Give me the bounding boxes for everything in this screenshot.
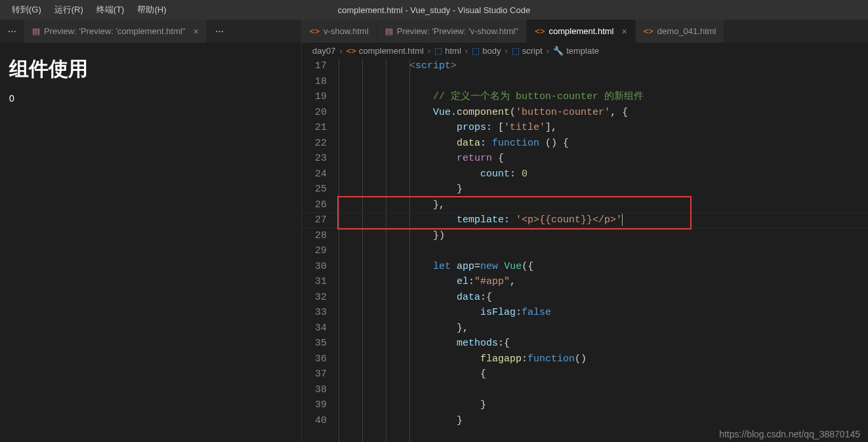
window-title: complement.html - Vue_study - Visual Stu…: [338, 5, 530, 15]
breadcrumb[interactable]: day07 › <> complement.html › ⬚ html › ⬚ …: [302, 43, 868, 58]
tab-overflow-icon[interactable]: ⋯: [0, 26, 24, 36]
left-tabs: ⋯ ▤ Preview: 'Preview: 'complement.html'…: [0, 20, 301, 43]
code-line[interactable]: isFlag:false: [339, 305, 868, 321]
line-number: 23: [302, 151, 327, 167]
code-line[interactable]: // 定义一个名为 button-counter 的新组件: [339, 89, 868, 105]
menu-item[interactable]: 运行(R): [48, 4, 90, 16]
tab-preview-complement[interactable]: ▤ Preview: 'Preview: 'complement.html'' …: [24, 20, 207, 43]
code-line[interactable]: }: [339, 397, 868, 413]
line-number: 19: [302, 89, 327, 105]
menubar: 转到(G)运行(R)终端(T)帮助(H) complement.html - V…: [0, 0, 868, 20]
right-editor-group: <>v-show.html▤Preview: 'Preview: 'v-show…: [302, 20, 868, 442]
line-number: 34: [302, 321, 327, 336]
menu-item[interactable]: 转到(G): [5, 4, 48, 16]
code-line[interactable]: return {: [339, 151, 868, 167]
breadcrumb-item[interactable]: <> complement.html: [346, 46, 424, 56]
code-area[interactable]: <script> // 定义一个名为 button-counter 的新组件 V…: [339, 58, 868, 442]
breadcrumb-item[interactable]: ⬚ html: [434, 46, 461, 56]
breadcrumb-item[interactable]: ⬚ script: [512, 46, 543, 56]
line-number: 28: [302, 228, 327, 244]
line-number: 32: [302, 290, 327, 306]
line-number: 40: [302, 413, 327, 429]
code-line[interactable]: }: [339, 182, 868, 197]
breadcrumb-item[interactable]: ⬚ body: [472, 46, 501, 56]
preview-heading: 组件使用: [9, 56, 292, 83]
line-number: 36: [302, 352, 327, 367]
code-line[interactable]: {: [339, 367, 868, 382]
breadcrumb-item[interactable]: 🔧 template: [553, 46, 599, 56]
line-number: 38: [302, 382, 327, 398]
tab-actions-icon[interactable]: ⋯: [207, 26, 232, 36]
main-area: ⋯ ▤ Preview: 'Preview: 'complement.html'…: [0, 20, 868, 442]
line-number: 17: [302, 58, 327, 74]
line-number: 29: [302, 243, 327, 259]
tab-demo-041-html[interactable]: <>demo_041.html: [636, 20, 725, 43]
code-line[interactable]: el:"#app",: [339, 274, 868, 290]
line-number: 30: [302, 259, 327, 275]
left-editor-group: ⋯ ▤ Preview: 'Preview: 'complement.html'…: [0, 20, 302, 442]
html-icon: <>: [310, 26, 320, 36]
code-line[interactable]: flagapp:function(): [339, 352, 868, 367]
code-line[interactable]: },: [339, 321, 868, 336]
code-line[interactable]: [339, 74, 868, 90]
line-number: 33: [302, 305, 327, 321]
code-line[interactable]: [339, 382, 868, 398]
tab-v-show-html[interactable]: <>v-show.html: [302, 20, 377, 43]
preview-pane: 组件使用 0: [0, 43, 301, 442]
line-number: 25: [302, 182, 327, 197]
line-number: 37: [302, 367, 327, 382]
line-gutter: 1718192021222324252627282930313233343536…: [302, 58, 339, 442]
tab-label: v-show.html: [323, 26, 369, 36]
code-line[interactable]: Vue.component('button-counter', {: [339, 105, 868, 121]
line-number: 18: [302, 74, 327, 90]
close-icon[interactable]: ×: [621, 26, 627, 37]
code-line[interactable]: let app=new Vue({: [339, 259, 868, 275]
line-number: 31: [302, 274, 327, 290]
menu-item[interactable]: 帮助(H): [131, 4, 173, 16]
line-number: 21: [302, 120, 327, 136]
line-number: 26: [302, 197, 327, 213]
tab-label: complement.html: [549, 26, 614, 36]
tab-preview-preview-v-show-html-[interactable]: ▤Preview: 'Preview: 'v-show.html'': [377, 20, 527, 43]
line-number: 27: [302, 212, 327, 228]
right-tabs: <>v-show.html▤Preview: 'Preview: 'v-show…: [302, 20, 868, 43]
tab-label: Preview: 'Preview: 'complement.html'': [44, 26, 186, 36]
code-line[interactable]: }): [339, 228, 868, 244]
menu-item[interactable]: 终端(T): [90, 4, 131, 16]
watermark: https://blog.csdn.net/qq_38870145: [719, 429, 860, 439]
code-line[interactable]: },: [339, 197, 868, 213]
tab-label: demo_041.html: [657, 26, 716, 36]
html-icon: <>: [644, 26, 653, 36]
preview-count: 0: [9, 93, 292, 104]
code-line[interactable]: data: function () {: [339, 136, 868, 151]
code-line[interactable]: template: '<p>{{count}}</p>': [339, 212, 868, 228]
line-number: 39: [302, 397, 327, 413]
html-icon: <>: [535, 26, 545, 36]
code-line[interactable]: [339, 243, 868, 259]
text-cursor: [622, 214, 623, 226]
line-number: 20: [302, 105, 327, 121]
code-line[interactable]: props: ['title'],: [339, 120, 868, 136]
line-number: 22: [302, 136, 327, 151]
code-line[interactable]: count: 0: [339, 167, 868, 182]
code-line[interactable]: data:{: [339, 290, 868, 306]
tab-complement-html[interactable]: <>complement.html×: [527, 20, 635, 43]
code-editor[interactable]: 1718192021222324252627282930313233343536…: [302, 58, 868, 442]
code-line[interactable]: }: [339, 413, 868, 429]
code-line[interactable]: methods:{: [339, 336, 868, 352]
tab-label: Preview: 'Preview: 'v-show.html'': [397, 26, 518, 36]
line-number: 35: [302, 336, 327, 352]
code-line[interactable]: <script>: [339, 58, 868, 74]
line-number: 24: [302, 167, 327, 182]
breadcrumb-item[interactable]: day07: [312, 46, 335, 56]
preview-icon: ▤: [32, 26, 40, 36]
close-icon[interactable]: ×: [194, 26, 199, 37]
preview-icon: ▤: [385, 26, 393, 36]
